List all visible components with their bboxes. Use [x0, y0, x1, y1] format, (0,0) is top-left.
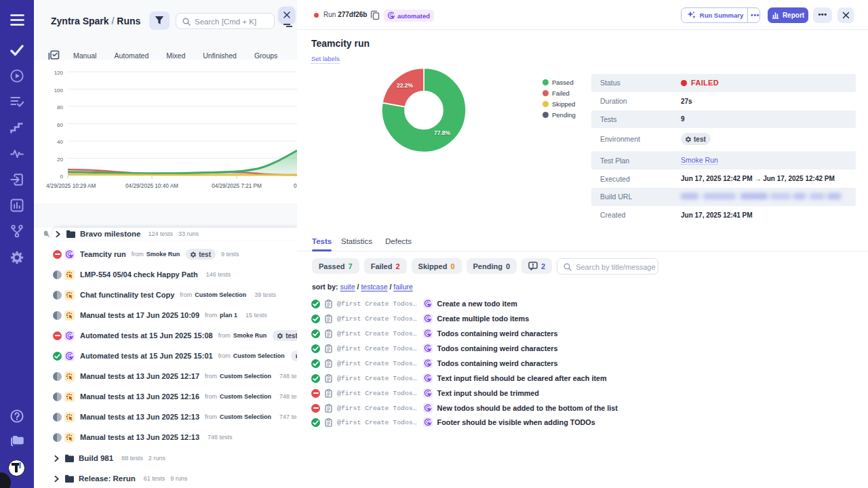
svg-text:40: 40 — [57, 139, 63, 145]
svg-text:100: 100 — [54, 87, 64, 94]
svg-text:77.8%: 77.8% — [434, 129, 451, 136]
svg-text:22.2%: 22.2% — [397, 82, 414, 89]
svg-text:80: 80 — [57, 104, 63, 110]
svg-text:60: 60 — [57, 122, 63, 128]
svg-text:120: 120 — [54, 70, 64, 76]
svg-text:4/29/2025 10:29 AM: 4/29/2025 10:29 AM — [46, 183, 96, 189]
svg-text:20: 20 — [57, 157, 63, 163]
svg-text:04/29/2025 7:21 PM: 04/29/2025 7:21 PM — [212, 183, 262, 189]
svg-text:04/29/2025 10:40 AM: 04/29/2025 10:40 AM — [125, 183, 178, 189]
svg-text:0: 0 — [60, 174, 64, 180]
